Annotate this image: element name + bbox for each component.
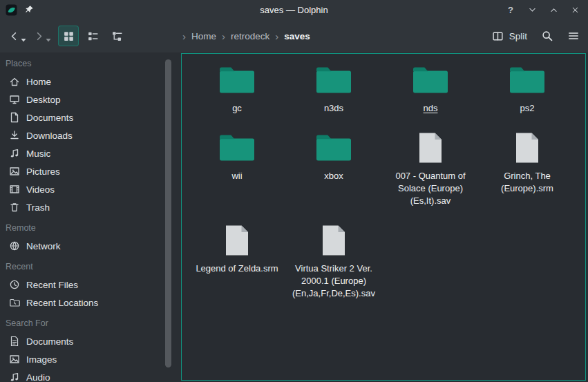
search-button[interactable] xyxy=(541,30,553,42)
sidebar-item-trash[interactable]: Trash xyxy=(0,198,163,216)
sidebar-item-label: Documents xyxy=(26,113,73,123)
music-icon xyxy=(9,148,20,159)
forward-icon xyxy=(33,30,45,42)
sidebar-item-recent-locations[interactable]: Recent Locations xyxy=(0,294,163,312)
folder-icon xyxy=(411,62,450,98)
file-item-007-quantum-of-solace-europe-es-it-sav[interactable]: 007 - Quantum of Solace (Europe) (Es,It)… xyxy=(383,130,478,207)
sidebar-item-desktop[interactable]: Desktop xyxy=(0,90,163,108)
pin-icon[interactable] xyxy=(24,5,34,15)
places-panel: PlacesHomeDesktopDocumentsDownloadsMusic… xyxy=(0,55,163,382)
sidebar-item-home[interactable]: Home xyxy=(0,73,163,90)
places-section-search-for: Search ForDocumentsImagesAudio xyxy=(0,314,163,382)
help-button[interactable]: ? xyxy=(506,5,515,15)
sidebar-item-pictures[interactable]: Pictures xyxy=(0,162,163,180)
details-view-icon xyxy=(87,30,99,42)
titlebar[interactable]: saves — Dolphin ? xyxy=(0,0,588,19)
tree-view-button[interactable] xyxy=(106,26,127,46)
folder-view[interactable]: gcn3dsndsps2wiixbox007 - Quantum of Sola… xyxy=(181,53,586,381)
folder-item-gc[interactable]: gc xyxy=(189,62,285,115)
breadcrumb-item-home[interactable]: Home xyxy=(191,31,216,41)
places-section-recent: RecentRecent FilesRecent Locations xyxy=(0,258,163,312)
sidebar-item-images[interactable]: Images xyxy=(0,350,163,368)
forward-button[interactable] xyxy=(32,26,53,46)
download-icon xyxy=(9,130,20,141)
icons-view-button[interactable] xyxy=(58,26,79,46)
view-mode-buttons xyxy=(58,26,127,46)
minimize-button[interactable] xyxy=(527,5,537,15)
details-view-button[interactable] xyxy=(82,26,103,46)
sidebar-item-network[interactable]: Network xyxy=(0,237,163,255)
folder-icon xyxy=(314,62,353,98)
sidebar-item-label: Documents xyxy=(26,336,73,347)
desktop-icon xyxy=(9,94,20,105)
split-label: Split xyxy=(509,31,527,41)
sidebar-item-label: Downloads xyxy=(26,131,73,141)
file-icon xyxy=(417,130,444,166)
breadcrumb-item-retrodeck[interactable]: retrodeck xyxy=(231,31,269,41)
recent-files-icon xyxy=(9,279,20,290)
places-section-remote: RemoteNetwork xyxy=(0,219,163,255)
sidebar-item-label: Recent Files xyxy=(26,280,78,290)
home-icon xyxy=(9,76,20,87)
dolphin-window: saves — Dolphin ? xyxy=(0,0,588,382)
sidebar-item-music[interactable]: Music xyxy=(0,144,163,162)
item-label: Grinch, The (Europe).srm xyxy=(482,170,572,195)
app-icon xyxy=(6,4,17,16)
breadcrumb-separator-icon: › xyxy=(275,31,278,41)
scrollbar-thumb[interactable] xyxy=(165,59,171,367)
breadcrumb-separator-icon: › xyxy=(222,31,225,41)
toolbar: ›Home›retrodeck›saves Split xyxy=(0,19,588,52)
folder-item-wii[interactable]: wii xyxy=(189,130,285,207)
folder-icon xyxy=(314,130,353,166)
file-item-grinch-the-europe-srm[interactable]: Grinch, The (Europe).srm xyxy=(480,130,575,207)
sidebar-item-label: Images xyxy=(26,354,57,365)
folder-item-ps2[interactable]: ps2 xyxy=(480,62,575,115)
sidebar-item-label: Recent Locations xyxy=(26,298,98,308)
sidebar-item-documents[interactable]: Documents xyxy=(0,108,163,126)
sidebar-item-label: Audio xyxy=(26,372,50,382)
item-label: Virtua Striker 2 Ver. 2000.1 (Europe) (E… xyxy=(289,262,379,300)
file-item-legend-of-zelda-srm[interactable]: Legend of Zelda.srm xyxy=(189,222,285,300)
navigation-buttons xyxy=(7,26,53,46)
breadcrumb-current[interactable]: saves xyxy=(284,31,310,41)
toolbar-right: Split xyxy=(492,19,580,52)
image-icon xyxy=(9,166,20,177)
sidebar-item-audio[interactable]: Audio xyxy=(0,368,163,382)
file-icon xyxy=(223,222,251,258)
section-title: Remote xyxy=(0,219,163,237)
item-label: 007 - Quantum of Solace (Europe) (Es,It)… xyxy=(386,170,475,207)
folder-item-n3ds[interactable]: n3ds xyxy=(286,62,381,115)
sidebar-item-label: Music xyxy=(26,149,50,159)
menu-button[interactable] xyxy=(567,30,580,42)
window-controls: ? xyxy=(506,5,588,15)
trash-icon xyxy=(9,202,20,213)
folder-item-xbox[interactable]: xbox xyxy=(286,130,381,207)
maximize-button[interactable] xyxy=(549,5,558,15)
sidebar-item-label: Network xyxy=(26,241,61,251)
back-button[interactable] xyxy=(7,26,28,46)
item-label: nds xyxy=(424,102,438,115)
section-title: Search For xyxy=(0,314,163,332)
close-button[interactable] xyxy=(570,5,580,15)
sidebar-scrollbar[interactable] xyxy=(165,59,171,367)
search-audio-icon xyxy=(9,372,20,382)
search-documents-icon xyxy=(9,336,20,347)
search-images-icon xyxy=(9,354,20,365)
sidebar-item-documents[interactable]: Documents xyxy=(0,332,163,350)
sidebar-item-label: Pictures xyxy=(26,166,60,177)
item-label: xbox xyxy=(324,170,343,182)
folder-item-nds[interactable]: nds xyxy=(383,62,478,115)
folder-icon xyxy=(218,62,256,98)
sidebar-item-label: Trash xyxy=(26,202,50,213)
section-title: Recent xyxy=(0,258,163,276)
forward-history-caret-icon[interactable] xyxy=(45,30,51,42)
sidebar-item-downloads[interactable]: Downloads xyxy=(0,126,163,144)
sidebar-item-videos[interactable]: Videos xyxy=(0,180,163,198)
file-item-virtua-striker-2-ver-2000-1-europe-en-ja-fr-de-es-sav[interactable]: Virtua Striker 2 Ver. 2000.1 (Europe) (E… xyxy=(286,222,381,300)
split-button[interactable]: Split xyxy=(492,30,527,42)
network-icon xyxy=(9,240,20,251)
sidebar-item-recent-files[interactable]: Recent Files xyxy=(0,276,163,294)
section-title: Places xyxy=(0,55,163,73)
file-grid: gcn3dsndsps2wiixbox007 - Quantum of Sola… xyxy=(182,54,585,300)
back-history-caret-icon[interactable] xyxy=(20,30,26,42)
